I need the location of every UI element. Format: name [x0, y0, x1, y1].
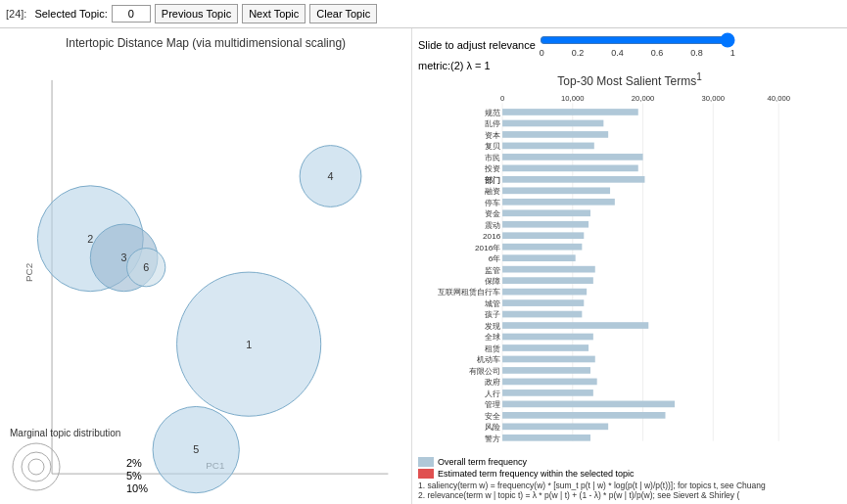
marginal-title: Marginal topic distribution — [10, 428, 148, 438]
svg-rect-48 — [502, 209, 590, 216]
axis-02: 0.2 — [572, 48, 585, 58]
svg-text:监管: 监管 — [485, 266, 500, 275]
svg-rect-36 — [502, 143, 594, 150]
marginal-topic-distribution: Marginal topic distribution 2% 5% 10% — [10, 428, 148, 494]
svg-text:PC2: PC2 — [24, 263, 34, 282]
right-panel: Slide to adjust relevance 0 0.2 0.4 0.6 … — [411, 28, 847, 504]
svg-rect-88 — [502, 435, 590, 441]
main-content: Intertopic Distance Map (via multidimens… — [0, 28, 847, 504]
bar-chart-svg: 0 10,000 20,000 30,000 40,000 规范 — [418, 90, 841, 455]
svg-text:资本: 资本 — [485, 131, 500, 140]
svg-rect-84 — [502, 412, 665, 419]
svg-text:警方: 警方 — [485, 435, 500, 443]
svg-text:震动: 震动 — [485, 221, 500, 230]
legend-topic: Estimated term frequency within the sele… — [418, 469, 841, 479]
distance-map-title: Intertopic Distance Map (via multidimens… — [4, 36, 407, 50]
svg-rect-40 — [502, 165, 638, 172]
svg-rect-72 — [502, 344, 588, 351]
svg-text:规范: 规范 — [485, 109, 500, 117]
svg-text:4: 4 — [328, 170, 334, 182]
svg-rect-44 — [502, 187, 610, 194]
svg-rect-50 — [502, 221, 588, 228]
svg-text:1: 1 — [246, 339, 252, 350]
svg-rect-76 — [502, 367, 590, 374]
svg-text:机动车: 机动车 — [477, 355, 500, 364]
svg-text:保障: 保障 — [485, 277, 500, 286]
svg-rect-54 — [502, 244, 582, 251]
svg-rect-52 — [502, 232, 584, 239]
axis-1: 1 — [730, 48, 735, 58]
svg-point-17 — [22, 452, 51, 481]
svg-text:40,000: 40,000 — [768, 94, 790, 103]
topic-label: Estimated term frequency within the sele… — [438, 469, 635, 479]
svg-rect-74 — [502, 356, 595, 363]
svg-rect-78 — [502, 379, 597, 386]
axis-06: 0.6 — [651, 48, 664, 58]
svg-rect-62 — [502, 289, 587, 296]
axis-08: 0.8 — [690, 48, 703, 58]
svg-point-16 — [13, 443, 60, 490]
marginal-5pct: 5% — [126, 470, 148, 481]
overall-label: Overall term frequency — [438, 457, 527, 467]
svg-rect-60 — [502, 277, 593, 284]
svg-text:停车: 停车 — [485, 199, 500, 207]
topic-swatch — [418, 469, 434, 479]
svg-text:安全: 安全 — [485, 412, 500, 421]
svg-rect-58 — [502, 266, 595, 273]
relevance-slider[interactable] — [540, 32, 735, 48]
svg-text:2016: 2016 — [483, 232, 501, 241]
svg-rect-82 — [502, 401, 675, 408]
svg-rect-56 — [502, 254, 576, 261]
toolbar: [24]: Selected Topic: Previous Topic Nex… — [0, 0, 847, 28]
svg-text:10,000: 10,000 — [561, 94, 584, 103]
metric-label: metric:(2) λ = 1 — [418, 60, 491, 71]
svg-text:6: 6 — [143, 261, 149, 273]
svg-point-18 — [28, 459, 44, 475]
svg-rect-80 — [502, 389, 593, 396]
svg-rect-34 — [502, 131, 608, 138]
svg-text:人行: 人行 — [485, 389, 500, 398]
svg-rect-38 — [502, 154, 642, 160]
svg-text:政府: 政府 — [485, 378, 500, 387]
svg-text:6年: 6年 — [489, 254, 501, 263]
footnote-2: 2. relevance(term w | topic t) = λ * p(w… — [418, 490, 841, 500]
axis-04: 0.4 — [611, 48, 624, 58]
clear-topic-button[interactable]: Clear Topic — [309, 4, 377, 23]
svg-text:全球: 全球 — [485, 333, 500, 342]
svg-text:5: 5 — [193, 443, 199, 455]
svg-text:有限公司: 有限公司 — [469, 367, 500, 376]
marginal-10pct: 10% — [126, 482, 148, 494]
selected-topic-label: Selected Topic: — [34, 8, 107, 20]
marginal-2pct: 2% — [126, 457, 148, 469]
svg-text:部门: 部门 — [485, 175, 500, 185]
svg-text:租赁: 租赁 — [485, 344, 500, 353]
svg-text:0: 0 — [500, 94, 504, 103]
previous-topic-button[interactable]: Previous Topic — [155, 4, 238, 23]
svg-text:融资: 融资 — [485, 187, 500, 196]
overall-swatch — [418, 457, 434, 467]
svg-rect-64 — [502, 299, 584, 306]
svg-text:孩子: 孩子 — [485, 310, 500, 319]
svg-text:乱停: 乱停 — [485, 119, 500, 128]
bar-chart-title: Top-30 Most Salient Terms1 — [418, 71, 841, 88]
svg-rect-42 — [502, 176, 644, 183]
svg-text:资金: 资金 — [485, 209, 500, 218]
svg-rect-86 — [502, 423, 608, 430]
svg-text:3: 3 — [121, 252, 127, 263]
svg-text:20,000: 20,000 — [632, 94, 654, 103]
svg-text:风险: 风险 — [485, 423, 500, 432]
svg-text:城管: 城管 — [484, 299, 500, 308]
svg-text:管理: 管理 — [485, 400, 500, 409]
bar-chart-area: 0 10,000 20,000 30,000 40,000 规范 — [418, 90, 841, 455]
legend-area: Overall term frequency Estimated term fr… — [418, 457, 841, 479]
footnotes: 1. saliency(term w) = frequency(w) * [su… — [418, 481, 841, 500]
row-label: [24]: — [6, 8, 26, 20]
svg-text:复贝: 复贝 — [485, 142, 500, 151]
next-topic-button[interactable]: Next Topic — [242, 4, 306, 23]
svg-text:互联网租赁自行车: 互联网租赁自行车 — [438, 288, 500, 297]
relevance-slide-label: Slide to adjust relevance — [418, 39, 536, 51]
svg-text:2016年: 2016年 — [475, 244, 500, 252]
selected-topic-input[interactable] — [112, 5, 151, 23]
svg-rect-66 — [502, 311, 582, 318]
svg-text:发现: 发现 — [485, 322, 500, 331]
